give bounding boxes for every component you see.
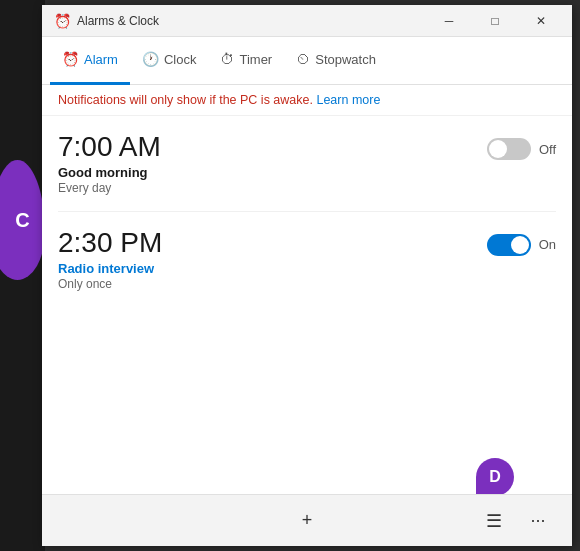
alarm-1-name: Good morning <box>58 165 161 180</box>
timer-tab-icon: ⏱ <box>220 51 234 67</box>
alarm-1-left: 7:00 AM Good morning Every day <box>58 132 161 195</box>
timer-tab-label: Timer <box>239 52 272 67</box>
alarm-1-toggle-knob <box>489 140 507 158</box>
stopwatch-tab-icon: ⏲ <box>296 51 310 67</box>
add-alarm-button[interactable]: + <box>285 499 329 543</box>
alarm-tab-icon: ⏰ <box>62 51 79 67</box>
sidebar-letter: C <box>15 209 29 232</box>
alarm-list: 7:00 AM Good morning Every day Off 2:30 … <box>42 116 572 307</box>
alarm-2-status: On <box>539 237 556 252</box>
content-area: Notifications will only show if the PC i… <box>42 85 572 494</box>
alarm-2-left: 2:30 PM Radio interview Only once <box>58 228 162 291</box>
title-bar: ⏰ Alarms & Clock ─ □ ✕ <box>42 5 572 37</box>
stopwatch-tab-label: Stopwatch <box>315 52 376 67</box>
more-icon: ··· <box>530 510 545 531</box>
alarm-item-2: 2:30 PM Radio interview Only once On <box>58 212 556 307</box>
app-window: ⏰ Alarms & Clock ─ □ ✕ ⏰ Alarm 🕐 Clock ⏱… <box>42 5 572 546</box>
tab-stopwatch[interactable]: ⏲ Stopwatch <box>284 37 388 85</box>
alarm-2-repeat: Only once <box>58 277 162 291</box>
alarm-2-time: 2:30 PM <box>58 228 162 259</box>
learn-more-link[interactable]: Learn more <box>316 93 380 107</box>
title-bar-left: ⏰ Alarms & Clock <box>54 13 159 29</box>
d-badge[interactable]: D <box>476 458 514 496</box>
list-view-button[interactable]: ☰ <box>472 499 516 543</box>
tab-timer[interactable]: ⏱ Timer <box>208 37 284 85</box>
d-badge-letter: D <box>489 468 501 486</box>
clock-tab-label: Clock <box>164 52 197 67</box>
list-icon: ☰ <box>486 510 502 532</box>
minimize-button[interactable]: ─ <box>426 5 472 37</box>
alarm-2-toggle-knob <box>511 236 529 254</box>
alarm-1-status: Off <box>539 142 556 157</box>
notification-bar: Notifications will only show if the PC i… <box>42 85 572 116</box>
bottom-bar: + ☰ ··· <box>42 494 572 546</box>
nav-tabs: ⏰ Alarm 🕐 Clock ⏱ Timer ⏲ Stopwatch <box>42 37 572 85</box>
alarm-1-time: 7:00 AM <box>58 132 161 163</box>
title-controls: ─ □ ✕ <box>426 5 564 37</box>
alarm-2-toggle[interactable] <box>487 234 531 256</box>
alarm-2-right: On <box>487 234 556 256</box>
alarm-1-repeat: Every day <box>58 181 161 195</box>
alarm-tab-label: Alarm <box>84 52 118 67</box>
alarm-1-right: Off <box>487 138 556 160</box>
tab-alarm[interactable]: ⏰ Alarm <box>50 37 130 85</box>
more-options-button[interactable]: ··· <box>516 499 560 543</box>
tab-clock[interactable]: 🕐 Clock <box>130 37 209 85</box>
app-icon: ⏰ <box>54 13 71 29</box>
notification-text: Notifications will only show if the PC i… <box>58 93 313 107</box>
alarm-2-name[interactable]: Radio interview <box>58 261 162 276</box>
window-title: Alarms & Clock <box>77 14 159 28</box>
alarm-item-1: 7:00 AM Good morning Every day Off <box>58 116 556 212</box>
maximize-button[interactable]: □ <box>472 5 518 37</box>
close-button[interactable]: ✕ <box>518 5 564 37</box>
clock-tab-icon: 🕐 <box>142 51 159 67</box>
alarm-1-toggle[interactable] <box>487 138 531 160</box>
